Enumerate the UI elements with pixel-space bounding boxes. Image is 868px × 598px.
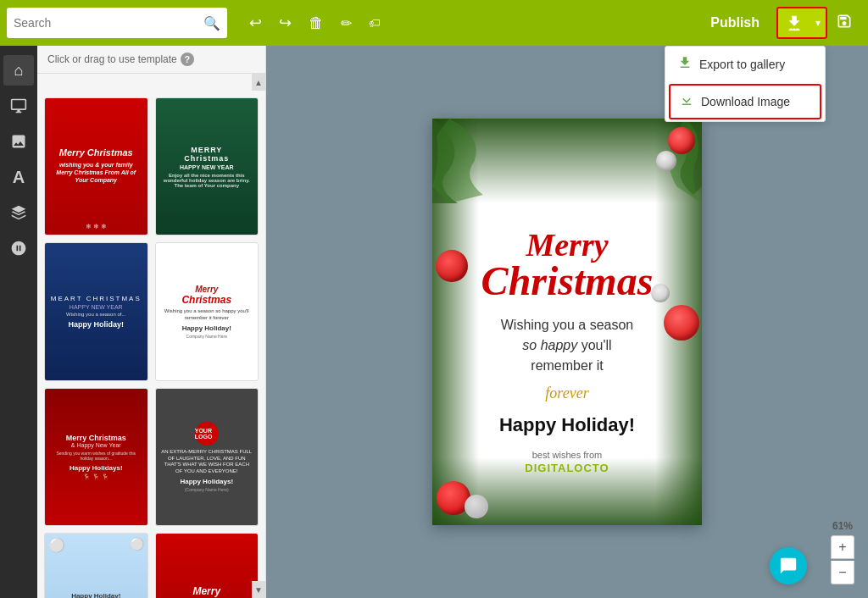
- export-gallery-label: Export to gallery: [699, 58, 785, 71]
- main-toolbar: 🔍 ↩ ↪ 🗑 ✏ 🏷 Publish ▾: [0, 0, 868, 46]
- template-item[interactable]: MEART CHRISTMAS HAPPY NEW YEAR Wishing y…: [44, 242, 148, 380]
- wishing-line4: remember it: [531, 358, 603, 373]
- sidebar-item-layers[interactable]: [3, 197, 34, 228]
- sidebar-item-text[interactable]: A: [3, 162, 34, 192]
- template-hint: Click or drag to use template ?: [37, 46, 265, 74]
- merry-text: Merry: [526, 229, 608, 261]
- redo-button[interactable]: ↪: [270, 8, 300, 37]
- template-grid: Merry Christmas wishing you & your famil…: [44, 97, 259, 598]
- template-item[interactable]: Merry Christmas Christmas greetings!: [155, 533, 259, 598]
- canvas-area: Merry Christmas Wishing you a season so …: [266, 46, 868, 598]
- template-item[interactable]: YOUR LOGO AN EXTRA-MERRY CHRISTMAS FULL …: [155, 388, 259, 526]
- publish-button[interactable]: Publish: [697, 8, 773, 37]
- sidebar-item-paint[interactable]: [3, 233, 34, 263]
- download-image-icon: [679, 92, 694, 111]
- delete-button[interactable]: 🗑: [300, 9, 332, 37]
- happy-holiday-text: Happy Holiday!: [499, 414, 635, 436]
- search-container: 🔍: [7, 8, 227, 38]
- forever-text: forever: [545, 385, 588, 402]
- sidebar-item-home[interactable]: ⌂: [3, 55, 34, 86]
- wishing-line3: you'll: [581, 338, 612, 352]
- template-grid-container[interactable]: ▲ Merry Christmas wishing you & your fam…: [37, 74, 265, 598]
- template-item[interactable]: MERRY Christmas HAPPY NEW YEAR Enjoy all…: [155, 97, 259, 235]
- export-gallery-icon: [677, 55, 693, 74]
- wishing-text: Wishing you a season so happy you'll rem…: [501, 315, 634, 376]
- chat-icon: [779, 556, 798, 575]
- hint-icon: ?: [181, 53, 194, 66]
- wishing-line1: Wishing you a season: [501, 318, 634, 332]
- card-text-content: Merry Christmas Wishing you a season so …: [432, 119, 702, 525]
- main-area: ⌂ A Click or drag to use template ? ▲: [0, 46, 868, 598]
- save-button[interactable]: [827, 8, 861, 39]
- best-wishes-text: best wishes from: [532, 450, 603, 460]
- brand-octo: OCTO: [574, 462, 609, 474]
- scroll-up[interactable]: ▲: [252, 74, 265, 91]
- download-image-label: Download Image: [701, 95, 790, 108]
- template-item[interactable]: Merry Christmas Wishing you a season so …: [155, 242, 259, 380]
- card-preview[interactable]: Merry Christmas Wishing you a season so …: [432, 119, 702, 525]
- chat-bubble[interactable]: [770, 547, 807, 584]
- search-input[interactable]: [14, 16, 203, 30]
- sidebar-item-image[interactable]: [3, 126, 34, 157]
- brand-digital: DIGITAL: [525, 462, 574, 474]
- template-item[interactable]: Happy Holiday! Bringing a joy and wishes…: [44, 533, 148, 598]
- icon-sidebar: ⌂ A: [0, 46, 37, 598]
- download-main-button[interactable]: [778, 8, 810, 37]
- zoom-out-button[interactable]: −: [831, 561, 854, 584]
- download-dropdown-caret[interactable]: ▾: [810, 12, 826, 34]
- template-item[interactable]: Merry Christmas & Happy New Year Sending…: [44, 388, 148, 526]
- search-icon: 🔍: [203, 15, 220, 31]
- sidebar-item-monitor[interactable]: [3, 91, 34, 121]
- zoom-level: 61%: [832, 520, 853, 532]
- export-gallery-button[interactable]: Export to gallery: [665, 47, 825, 82]
- wishing-line2: so happy: [522, 338, 577, 352]
- template-item[interactable]: Merry Christmas wishing you & your famil…: [44, 97, 148, 235]
- undo-button[interactable]: ↩: [241, 8, 270, 37]
- download-button-group: ▾: [776, 7, 827, 39]
- template-panel: Click or drag to use template ? ▲ Merry …: [37, 46, 266, 598]
- save-icon: [836, 13, 853, 30]
- download-image-button[interactable]: Download Image: [669, 84, 821, 119]
- download-icon: [785, 14, 804, 32]
- scroll-down[interactable]: ▼: [252, 581, 265, 598]
- brand-text: DIGITALOCTO: [525, 462, 609, 474]
- dropdown-menu: Export to gallery Download Image: [665, 46, 826, 122]
- crop-button[interactable]: ✏: [332, 10, 360, 36]
- christmas-text: Christmas: [481, 261, 654, 302]
- template-hint-text: Click or drag to use template: [47, 53, 177, 65]
- zoom-controls: 61% + −: [831, 520, 854, 584]
- tag-button[interactable]: 🏷: [360, 11, 389, 35]
- zoom-in-button[interactable]: +: [831, 535, 854, 559]
